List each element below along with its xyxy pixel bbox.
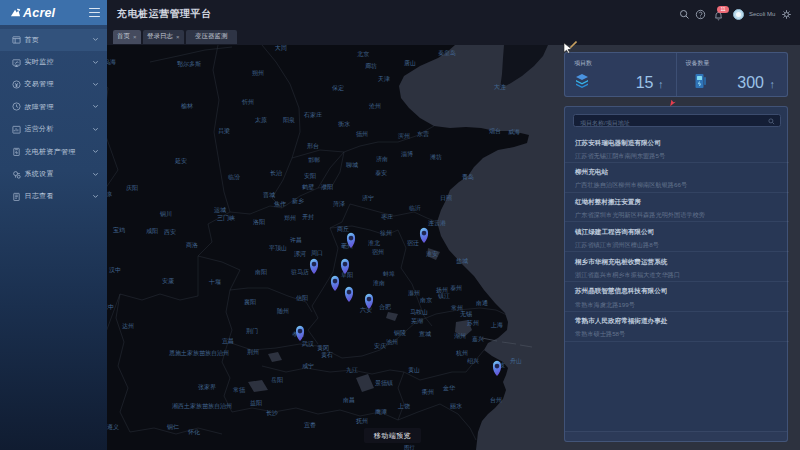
- svg-text:咸阳: 咸阳: [146, 228, 158, 235]
- svg-text:淮安: 淮安: [426, 250, 438, 257]
- svg-text:宿迁: 宿迁: [407, 239, 419, 247]
- svg-text:黄冈: 黄冈: [317, 345, 329, 352]
- svg-text:宜昌: 宜昌: [222, 337, 234, 345]
- svg-text:滨州: 滨州: [398, 132, 410, 139]
- svg-text:平顶山: 平顶山: [269, 244, 287, 251]
- svg-text:菏泽: 菏泽: [333, 200, 345, 208]
- svg-text:南昌: 南昌: [343, 397, 355, 404]
- svg-text:湘西土家族苗族自治州: 湘西土家族苗族自治州: [172, 402, 232, 410]
- svg-text:德州: 德州: [356, 131, 368, 138]
- svg-text:北京: 北京: [357, 50, 369, 58]
- svg-text:铜川: 铜川: [159, 210, 172, 217]
- svg-text:晋城: 晋城: [263, 192, 275, 199]
- svg-text:随州: 随州: [277, 307, 289, 315]
- svg-text:镇江: 镇江: [437, 293, 450, 299]
- svg-text:怀化: 怀化: [187, 429, 200, 436]
- svg-text:商洛: 商洛: [186, 241, 198, 249]
- svg-text:阜阳: 阜阳: [341, 272, 353, 279]
- svg-text:蚌埠: 蚌埠: [383, 271, 395, 277]
- svg-text:无锡: 无锡: [460, 310, 472, 318]
- svg-text:益阳: 益阳: [250, 400, 262, 407]
- svg-text:太原: 太原: [255, 116, 267, 123]
- svg-text:大同: 大同: [275, 44, 287, 51]
- svg-text:张家界: 张家界: [198, 383, 216, 391]
- svg-text:鹤壁: 鹤壁: [302, 183, 314, 191]
- svg-text:乌海: 乌海: [107, 59, 116, 66]
- svg-text:朔州: 朔州: [252, 70, 264, 76]
- svg-text:日照: 日照: [440, 195, 452, 202]
- svg-text:平凉: 平凉: [107, 190, 112, 197]
- svg-text:驻马店: 驻马店: [291, 268, 309, 276]
- svg-text:景德镇: 景德镇: [375, 380, 393, 387]
- svg-text:忻州: 忻州: [241, 99, 254, 105]
- svg-text:上海: 上海: [490, 322, 503, 328]
- svg-text:淮南: 淮南: [373, 280, 385, 286]
- svg-text:常德: 常德: [233, 387, 246, 394]
- svg-text:丽水: 丽水: [450, 402, 462, 410]
- svg-text:威海: 威海: [508, 129, 520, 135]
- svg-text:岳阳: 岳阳: [271, 377, 283, 384]
- svg-text:湖州: 湖州: [454, 333, 466, 339]
- svg-text:合肥: 合肥: [379, 304, 391, 311]
- svg-text:马鞍山: 马鞍山: [410, 309, 428, 315]
- svg-text:阳泉: 阳泉: [283, 117, 295, 124]
- svg-text:宜春: 宜春: [304, 421, 316, 429]
- svg-text:南京: 南京: [420, 297, 432, 303]
- svg-text:遵义: 遵义: [107, 423, 119, 430]
- svg-text:三门峡: 三门峡: [217, 214, 235, 221]
- svg-text:济南: 济南: [376, 155, 388, 162]
- svg-text:达州: 达州: [122, 323, 134, 330]
- svg-text:长沙: 长沙: [266, 410, 278, 416]
- svg-text:宣城: 宣城: [419, 330, 431, 337]
- svg-text:漯河: 漯河: [294, 250, 306, 257]
- svg-text:淮北: 淮北: [368, 239, 380, 247]
- svg-text:南阳: 南阳: [255, 269, 267, 276]
- svg-text:滁州: 滁州: [408, 290, 420, 296]
- svg-text:运城: 运城: [214, 207, 226, 213]
- svg-text:秦皇岛: 秦皇岛: [438, 50, 456, 56]
- svg-text:周口: 周口: [311, 250, 323, 257]
- svg-text:连云港: 连云港: [428, 220, 446, 227]
- svg-text:金华: 金华: [442, 385, 456, 391]
- svg-text:襄阳: 襄阳: [244, 298, 256, 306]
- svg-text:唐山: 唐山: [404, 59, 416, 67]
- svg-text:九江: 九江: [346, 367, 358, 373]
- svg-text:大连: 大连: [494, 83, 506, 91]
- svg-text:盐城: 盐城: [456, 258, 468, 264]
- svg-text:淄博: 淄博: [401, 151, 413, 158]
- svg-text:荆门: 荆门: [246, 327, 258, 334]
- svg-text:沧州: 沧州: [368, 103, 381, 110]
- svg-text:石家庄: 石家庄: [303, 111, 322, 119]
- svg-text:徐州: 徐州: [380, 230, 392, 237]
- svg-text:东营: 东营: [417, 130, 429, 138]
- svg-text:西安: 西安: [164, 228, 176, 236]
- svg-text:苏州: 苏州: [467, 319, 479, 326]
- svg-text:嘉兴: 嘉兴: [472, 335, 484, 343]
- svg-text:宝鸡: 宝鸡: [113, 226, 125, 233]
- svg-text:郑州: 郑州: [284, 215, 296, 221]
- svg-text:恩施土家族苗族自治州: 恩施土家族苗族自治州: [169, 349, 229, 357]
- svg-text:邯郸: 邯郸: [308, 156, 320, 163]
- svg-text:延安: 延安: [174, 157, 187, 164]
- svg-text:安庆: 安庆: [374, 342, 386, 349]
- svg-text:枣庄: 枣庄: [381, 213, 393, 220]
- svg-text:芜湖: 芜湖: [411, 318, 423, 325]
- svg-text:咸宁: 咸宁: [302, 362, 314, 369]
- svg-text:安康: 安康: [162, 277, 174, 285]
- svg-text:长治: 长治: [270, 170, 282, 177]
- svg-text:泰安: 泰安: [375, 169, 387, 177]
- svg-text:杭州: 杭州: [455, 349, 468, 357]
- svg-text:安阳: 安阳: [304, 172, 316, 180]
- svg-text:武汉: 武汉: [302, 341, 314, 347]
- svg-text:吕梁: 吕梁: [218, 127, 230, 135]
- svg-text:泰州: 泰州: [450, 285, 462, 292]
- svg-text:开封: 开封: [302, 214, 314, 220]
- svg-text:十堰: 十堰: [208, 278, 221, 285]
- svg-text:衡水: 衡水: [338, 121, 350, 128]
- svg-text:廊坊: 廊坊: [365, 62, 377, 70]
- svg-text:南通: 南通: [476, 299, 488, 306]
- svg-text:焦作: 焦作: [274, 201, 286, 208]
- svg-text:潍坊: 潍坊: [430, 153, 442, 161]
- svg-text:鄂尔多斯: 鄂尔多斯: [177, 60, 201, 68]
- svg-text:商丘: 商丘: [337, 225, 349, 232]
